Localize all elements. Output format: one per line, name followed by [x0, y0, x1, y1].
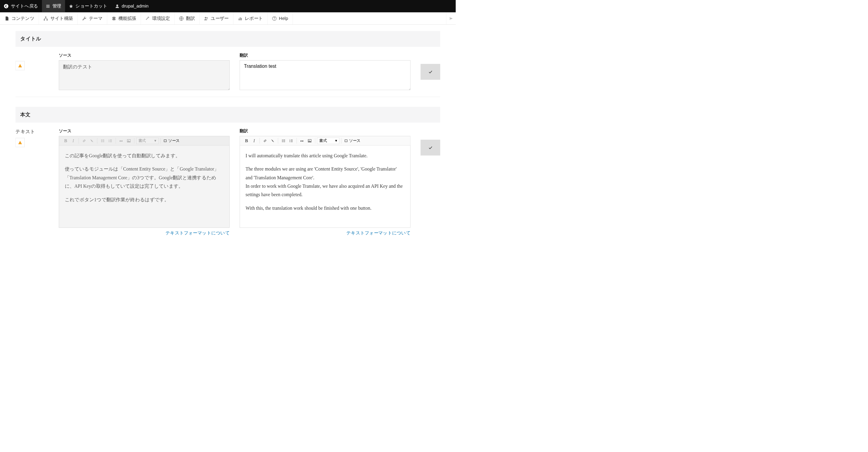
chart-icon [238, 16, 243, 21]
list-ul-icon [101, 139, 105, 143]
body-source-content: この記事をGoogle翻訳を使って自動翻訳してみます。 使っているモジュールは「… [59, 145, 229, 227]
rte-link-button[interactable] [261, 137, 269, 144]
rte-toolbar-target: B I 123 書式▾ ソース [240, 136, 410, 145]
section-body-header: 本文 [16, 107, 440, 123]
rte-quote-button [118, 137, 125, 144]
svg-rect-19 [102, 140, 104, 141]
body-source-para: これでボタン1つで翻訳作業が終わるはずです。 [65, 195, 224, 204]
svg-point-29 [128, 140, 129, 141]
globe-icon [179, 16, 184, 21]
body-row: テキスト ソース B I 123 [16, 123, 440, 242]
body-source-label: ソース [59, 128, 229, 134]
body-warning-badge[interactable] [16, 138, 24, 147]
image-icon [127, 139, 131, 143]
target-format-link[interactable]: テキストフォーマットについて [346, 230, 410, 236]
svg-text:3: 3 [289, 141, 290, 142]
svg-rect-17 [102, 139, 104, 140]
menu-reports[interactable]: レポート [233, 12, 267, 24]
tools-icon [145, 16, 150, 21]
menu-content-label: コンテンツ [11, 15, 34, 22]
svg-point-10 [207, 17, 208, 19]
svg-rect-23 [110, 139, 112, 140]
svg-rect-42 [291, 141, 293, 142]
collapse-toolbar-button[interactable] [446, 12, 456, 24]
svg-text:3: 3 [108, 141, 110, 142]
image-icon [308, 139, 312, 143]
svg-rect-40 [291, 140, 293, 141]
svg-rect-5 [45, 17, 46, 18]
source-format-link[interactable]: テキストフォーマットについて [165, 230, 230, 236]
check-icon [428, 69, 433, 74]
body-target-label: 翻訳 [240, 128, 410, 134]
title-row: ソース 翻訳 [16, 47, 440, 97]
rte-image-button[interactable] [306, 137, 313, 144]
svg-point-9 [205, 17, 206, 19]
rte-ol-button: 123 [107, 137, 114, 144]
quote-icon [300, 139, 304, 143]
rte-ol-button[interactable]: 123 [287, 137, 294, 144]
title-confirm-button[interactable] [421, 64, 440, 79]
body-target-editor[interactable]: B I 123 書式▾ ソース [240, 136, 410, 227]
back-icon [4, 4, 9, 9]
body-target-para[interactable]: With this, the translation work should b… [246, 204, 405, 212]
rte-toolbar-source: B I 123 書式▾ ソース [59, 136, 229, 145]
menu-users-label: ユーザー [211, 15, 229, 22]
svg-rect-25 [110, 140, 112, 141]
check-icon [428, 145, 433, 150]
body-side-label: テキスト [16, 128, 35, 135]
title-target-input[interactable] [240, 60, 410, 90]
menu-extensions[interactable]: 機能拡張 [107, 12, 141, 24]
rte-format-select[interactable]: 書式▾ [317, 137, 339, 144]
svg-point-4 [116, 4, 118, 6]
user-label: drupal_admin [122, 4, 149, 9]
menu-content[interactable]: コンテンツ [0, 12, 39, 24]
svg-rect-2 [46, 6, 50, 7]
rte-source-button: ソース [162, 138, 181, 143]
shortcuts-link[interactable]: ショートカット [65, 0, 111, 12]
svg-rect-38 [291, 139, 293, 140]
list-ol-icon: 123 [289, 139, 293, 143]
title-warning-badge[interactable] [16, 61, 24, 70]
title-source-input [59, 60, 229, 90]
menu-themes[interactable]: テーマ [78, 12, 107, 24]
rte-bold-button[interactable]: B [243, 137, 250, 144]
menu-translate[interactable]: 翻訳 [175, 12, 199, 24]
unlink-icon [271, 139, 275, 143]
svg-rect-45 [345, 139, 347, 141]
document-icon [4, 16, 9, 21]
svg-point-35 [282, 141, 283, 142]
user-menu-link[interactable]: drupal_admin [111, 0, 152, 12]
svg-rect-36 [283, 141, 285, 142]
menu-structure[interactable]: サイト構築 [39, 12, 78, 24]
svg-rect-30 [164, 139, 166, 141]
rte-ul-button[interactable] [280, 137, 287, 144]
menu-help[interactable]: Help [268, 12, 293, 24]
menu-extensions-label: 機能拡張 [119, 15, 136, 22]
body-target-para[interactable]: The three modules we are using are 'Cont… [246, 165, 405, 199]
body-target-content[interactable]: I will automatically translate this arti… [240, 145, 410, 227]
body-source-editor: B I 123 書式▾ ソース [59, 136, 229, 227]
body-target-para[interactable]: I will automatically translate this arti… [246, 151, 405, 160]
menu-config-label: 環境設定 [152, 15, 170, 22]
structure-icon [43, 16, 48, 21]
rte-quote-button[interactable] [299, 137, 306, 144]
svg-point-18 [101, 140, 102, 141]
admin-menu-toggle[interactable]: 管理 [42, 0, 65, 12]
menu-translate-label: 翻訳 [186, 15, 195, 22]
source-icon [164, 139, 167, 142]
menu-config[interactable]: 環境設定 [141, 12, 175, 24]
title-source-label: ソース [59, 53, 229, 58]
svg-point-44 [309, 140, 310, 141]
svg-rect-12 [240, 17, 241, 20]
rte-unlink-button[interactable] [269, 137, 276, 144]
menu-users[interactable]: ユーザー [199, 12, 234, 24]
rte-italic-button: I [70, 137, 77, 144]
rte-source-button[interactable]: ソース [343, 138, 362, 143]
rte-italic-button[interactable]: I [251, 137, 258, 144]
menu-help-label: Help [279, 16, 288, 21]
body-confirm-button[interactable] [421, 140, 440, 156]
rte-bold-button: B [62, 137, 69, 144]
user-icon [115, 4, 120, 8]
puzzle-icon [112, 16, 116, 21]
back-to-site-link[interactable]: サイトへ戻る [0, 0, 42, 12]
